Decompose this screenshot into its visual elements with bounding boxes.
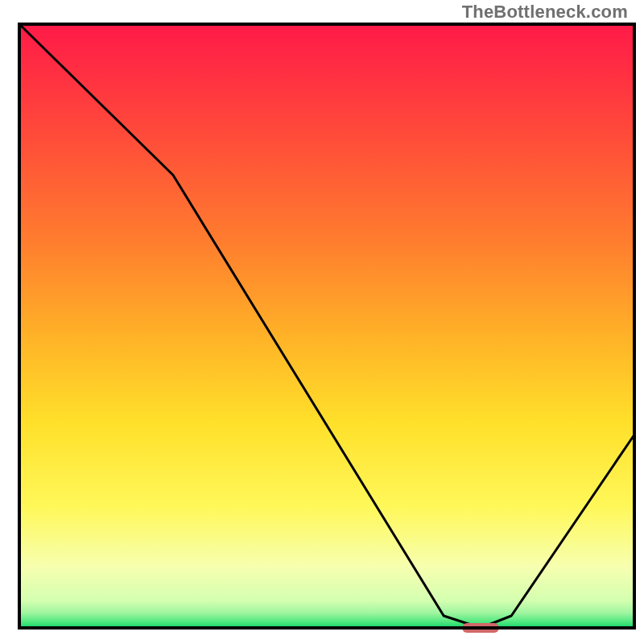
- bottleneck-chart: [0, 0, 644, 644]
- chart-container: TheBottleneck.com: [0, 0, 644, 644]
- watermark-label: TheBottleneck.com: [462, 2, 628, 23]
